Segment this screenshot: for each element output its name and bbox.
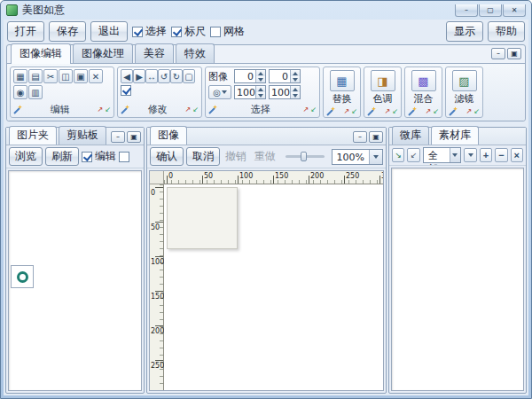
import-button[interactable]: ↘ — [392, 148, 404, 162]
panel-restore-button[interactable]: ▣ — [127, 131, 141, 143]
gallery-button[interactable]: ▥ — [28, 85, 43, 99]
circle-shape-icon — [17, 271, 28, 283]
blend-button[interactable]: ▩ — [411, 70, 436, 91]
confirm-button[interactable]: 确认 — [150, 147, 184, 166]
image-canvas[interactable] — [164, 184, 383, 390]
panel-minimize-button[interactable]: – — [353, 131, 367, 143]
expand-ne-icon[interactable]: ↗ — [426, 108, 432, 115]
materials-panel: 微库 素材库 ↘ ↙ 全部 — [388, 127, 527, 394]
category-value: 全部 — [424, 148, 450, 162]
ribbon-minimize-button[interactable]: – — [491, 48, 505, 59]
camera-button[interactable]: ◉ — [13, 85, 27, 99]
tab-effects[interactable]: 特效 — [176, 43, 215, 63]
category-combobox[interactable]: 全部 — [423, 147, 462, 163]
tab-picture-folder[interactable]: 图片夹 — [9, 126, 57, 145]
flip-button[interactable]: ↔ — [145, 69, 158, 83]
zoom-dropdown-button[interactable] — [369, 150, 382, 164]
spinner-arrows[interactable] — [290, 70, 300, 82]
select-width-spinner[interactable]: 100 — [234, 85, 266, 99]
expand-sw-icon[interactable]: ↙ — [433, 108, 439, 115]
minimize-button[interactable]: – — [455, 4, 478, 17]
select-x-spinner[interactable]: 0 — [234, 69, 266, 83]
close-button[interactable]: ✕ — [503, 4, 526, 17]
zoom-combobox[interactable]: 100% — [332, 149, 383, 165]
expand-ne-icon[interactable]: ↗ — [303, 106, 309, 113]
expand-sw-icon[interactable]: ↙ — [351, 108, 357, 115]
crop-button[interactable]: ▢ — [183, 69, 195, 83]
tab-materials[interactable]: 素材库 — [431, 126, 479, 145]
spinner-arrows[interactable] — [255, 70, 265, 82]
select-checkbox[interactable]: 选择 — [132, 24, 167, 39]
panel-restore-button[interactable]: ▣ — [369, 131, 383, 143]
expand-sw-icon[interactable]: ↙ — [473, 108, 480, 115]
ruler-checkbox[interactable]: 标尺 — [171, 24, 206, 39]
cancel-button[interactable]: 取消 — [186, 147, 220, 166]
materials-list[interactable] — [391, 168, 524, 391]
help-button[interactable]: 帮助 — [488, 21, 525, 42]
delete-button[interactable]: ✕ — [89, 69, 103, 83]
zoom-tool-button[interactable]: ◎ — [208, 85, 231, 99]
copy-button[interactable]: ◫ — [59, 69, 73, 83]
tab-image[interactable]: 图像 — [150, 126, 187, 145]
clipped-checkbox[interactable] — [119, 152, 129, 162]
save-button[interactable]: 保存 — [49, 21, 86, 42]
tab-beauty[interactable]: 美容 — [135, 43, 174, 63]
spinner-arrows[interactable] — [290, 86, 300, 98]
open-folder-button[interactable]: ▤ — [28, 69, 43, 83]
expand-ne-icon[interactable]: ↗ — [344, 108, 350, 115]
category-dropdown-button[interactable] — [450, 148, 461, 162]
materials-toolbar: ↘ ↙ 全部 + − × — [389, 145, 526, 166]
tab-library[interactable]: 微库 — [392, 126, 429, 145]
select-y-spinner[interactable]: 0 — [269, 69, 301, 83]
rotate-ccw-button[interactable]: ↺ — [158, 69, 170, 83]
tab-image-edit[interactable]: 图像编辑 — [11, 43, 71, 64]
clipped-checkbox-box — [119, 152, 129, 162]
rotate-cw-button[interactable]: ↻ — [170, 69, 183, 83]
zoom-slider-thumb[interactable] — [301, 152, 307, 161]
shape-item[interactable] — [11, 265, 34, 288]
pictures-list[interactable] — [8, 170, 142, 391]
filter-button[interactable]: ▨ — [452, 70, 477, 91]
browse-button[interactable]: 浏览 — [9, 147, 43, 166]
tone-button[interactable]: ◨ — [371, 70, 395, 91]
rotate-left-button[interactable]: ◀ — [121, 69, 133, 83]
add-material-button[interactable]: + — [480, 148, 492, 162]
modify-checkbox[interactable] — [121, 85, 131, 96]
open-button[interactable]: 打开 — [7, 21, 44, 42]
expand-sw-icon[interactable]: ↙ — [192, 106, 199, 113]
panel-minimize-button[interactable]: – — [111, 131, 125, 143]
expand-ne-icon[interactable]: ↗ — [466, 108, 473, 115]
remove-material-button[interactable]: − — [495, 148, 507, 162]
tab-image-process[interactable]: 图像处理 — [73, 43, 133, 63]
select-height-spinner[interactable]: 100 — [269, 85, 301, 99]
expand-ne-icon[interactable]: ↗ — [98, 106, 104, 113]
display-button[interactable]: 显示 — [446, 21, 483, 42]
edit-checkbox[interactable]: 编辑 — [82, 149, 116, 164]
delete-material-button[interactable]: × — [511, 148, 523, 162]
cut-button[interactable]: ✂ — [43, 69, 58, 83]
expand-sw-icon[interactable]: ↙ — [392, 108, 398, 115]
rotate-right-button[interactable]: ▶ — [133, 69, 145, 83]
more-dropdown-button[interactable] — [464, 148, 476, 162]
grid-checkbox[interactable]: 网格 — [210, 24, 245, 39]
spinner-arrows[interactable] — [255, 86, 265, 98]
export-button[interactable]: ↙ — [407, 148, 419, 162]
paste-button[interactable]: ▣ — [74, 69, 88, 83]
expand-ne-icon[interactable]: ↗ — [385, 108, 391, 115]
magic-wand-icon — [121, 105, 130, 114]
image-document[interactable] — [167, 187, 238, 249]
image-workspace[interactable]: 0 50 100 150 200 250 300 0 50 100 150 20… — [149, 170, 384, 391]
refresh-button[interactable]: 刷新 — [45, 147, 79, 166]
app-icon — [6, 4, 18, 16]
ribbon-restore-button[interactable]: ▣ — [507, 48, 521, 59]
expand-sw-icon[interactable]: ↙ — [310, 106, 317, 113]
exit-button[interactable]: 退出 — [90, 21, 128, 42]
expand-sw-icon[interactable]: ↙ — [105, 106, 111, 113]
zoom-slider[interactable] — [286, 155, 325, 158]
expand-ne-icon[interactable]: ↗ — [185, 106, 192, 113]
replace-button[interactable]: ▦ — [330, 70, 355, 91]
maximize-button[interactable]: ▢ — [479, 4, 502, 17]
titlebar[interactable]: 美图如意 – ▢ ✕ — [1, 1, 531, 20]
new-image-button[interactable]: ▦ — [13, 69, 27, 83]
tab-clipboard[interactable]: 剪贴板 — [59, 126, 106, 145]
